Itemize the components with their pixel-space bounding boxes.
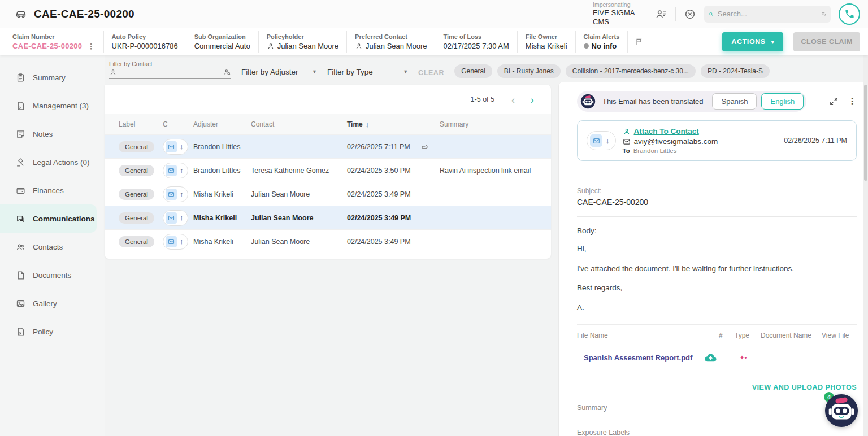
filter-by-type-select[interactable]: Filter by Type ▼	[327, 68, 408, 79]
vertical-scrollbar[interactable]	[863, 55, 868, 436]
attach-to-contact-link[interactable]: Attach To Contact	[634, 127, 699, 136]
expand-icon[interactable]	[829, 97, 839, 106]
sidebar-item-notes[interactable]: Notes	[0, 120, 105, 148]
exposure-tag[interactable]: PD - 2024-Tesla-S	[701, 64, 770, 78]
person-icon	[109, 68, 117, 76]
claim-number-menu-icon[interactable]: ⋮	[87, 42, 95, 51]
exposure-tag[interactable]: Collision - 2017-mercedes-benz-c 30...	[566, 64, 696, 78]
body-label: Body:	[577, 226, 857, 235]
policy-file-icon	[16, 327, 25, 337]
impersonating-block: Impersonating FIVE SIGMA CMS	[593, 1, 647, 27]
cell-adjuster: Brandon Littles	[193, 167, 251, 175]
table-row[interactable]: General ↑ Misha Krikeli Julian Sean Moor…	[105, 229, 551, 253]
email-body-line: A.	[577, 302, 857, 313]
policyholder-value[interactable]: Julian Sean Moore	[277, 42, 338, 50]
table-row-selected[interactable]: General ↑ Misha Krikeli Julian Sean Moor…	[105, 206, 551, 229]
search-icon	[709, 10, 714, 19]
col-time[interactable]: Time↓	[347, 120, 419, 129]
global-search[interactable]	[704, 6, 831, 23]
stop-impersonating-icon[interactable]	[684, 8, 696, 20]
communications-table: 1-5 of 5 ‹ › Label C Adjuster Contact Ti…	[105, 85, 551, 259]
sender-email: aviy@fivesigmalabs.com	[634, 137, 718, 146]
sidebar-item-finances[interactable]: Finances	[0, 176, 105, 204]
filter-by-adjuster-select[interactable]: Filter by Adjuster ▼	[241, 68, 317, 79]
col-contact[interactable]: Contact	[251, 120, 347, 128]
mail-icon	[623, 138, 631, 146]
subject-label: Subject:	[577, 187, 857, 195]
table-header-row: Label C Adjuster Contact Time↓ Summary	[105, 114, 551, 134]
phone-button[interactable]	[839, 3, 860, 25]
chevron-down-icon: ▾	[771, 39, 775, 45]
divider	[577, 216, 857, 217]
scrollbar-thumb[interactable]	[864, 85, 867, 181]
robot-icon	[580, 94, 596, 109]
cell-adjuster: Brandon Littles	[193, 143, 251, 151]
sidebar-item-policy[interactable]: Policy	[0, 317, 105, 346]
claim-field-sub-organization: Sub Organization Commercial Auto	[186, 31, 259, 53]
table-row[interactable]: General ↑ Misha Krikeli Julian Sean Moor…	[105, 182, 551, 206]
sidebar-item-label: Communications	[33, 215, 95, 223]
filter-contact-label: Filter by Contact	[109, 60, 231, 67]
page-title: CAE-CAE-25-00200	[34, 8, 134, 20]
cell-time: 02/24/2025 3:49 PM	[347, 190, 419, 198]
panel-menu-icon[interactable]: ⋮	[848, 96, 857, 107]
language-spanish-button[interactable]: Spanish	[712, 93, 757, 110]
email-body-line: Hi,	[577, 243, 857, 255]
filter-by-contact[interactable]: Filter by Contact	[109, 60, 231, 79]
col-adjuster[interactable]: Adjuster	[193, 120, 251, 128]
upload-cloud-icon[interactable]	[704, 351, 718, 365]
advanced-search-icon[interactable]	[821, 9, 826, 19]
preferred-contact-value[interactable]: Julian Sean Moore	[366, 42, 427, 50]
sidebar-item-documents[interactable]: Documents	[0, 261, 105, 289]
table-row[interactable]: General ↑ Brandon Littles Teresa Katheri…	[105, 158, 551, 182]
person-search-icon[interactable]	[223, 68, 231, 76]
field-label: Time of Loss	[443, 33, 509, 40]
sidebar: Summary Management (3) Notes Legal Actio…	[0, 55, 105, 436]
chatbot-button[interactable]: 4	[824, 393, 859, 428]
actions-button[interactable]: ACTIONS▾	[722, 32, 783, 51]
sidebar-item-label: Finances	[33, 186, 64, 195]
col-summary[interactable]: Summary	[440, 120, 551, 128]
pagination-next-button[interactable]: ›	[524, 91, 541, 108]
phone-icon	[844, 8, 855, 19]
email-timestamp: 02/26/2025 7:11 PM	[784, 137, 847, 145]
col-channel[interactable]: C	[163, 120, 193, 128]
sub-organization-value: Commercial Auto	[194, 42, 250, 50]
filter-contact-input[interactable]	[120, 68, 220, 77]
time-of-loss-value: 02/17/2025 7:30 AM	[443, 42, 509, 50]
search-input[interactable]	[718, 10, 817, 18]
claim-field-auto-policy: Auto Policy UKR-P-0000016786	[104, 31, 186, 53]
manage-accounts-icon[interactable]	[655, 8, 667, 20]
email-channel-icon: ↑	[163, 186, 188, 202]
col-label[interactable]: Label	[119, 120, 163, 128]
filter-adjuster-value: Filter by Adjuster	[241, 68, 298, 76]
pagination-prev-button[interactable]: ‹	[505, 91, 522, 108]
exposure-tag[interactable]: BI - Rusty Jones	[497, 64, 561, 78]
people-icon	[16, 242, 25, 252]
field-label: Claim Number	[12, 33, 96, 40]
sidebar-item-communications[interactable]: Communications	[0, 204, 97, 233]
flag-icon[interactable]	[635, 37, 644, 46]
robot-icon	[824, 393, 859, 428]
table-row[interactable]: General ↓ Brandon Littles 02/26/2025 7:1…	[105, 134, 551, 158]
alert-status-dot	[584, 43, 589, 49]
language-english-button[interactable]: English	[761, 93, 804, 110]
sidebar-item-contacts[interactable]: Contacts	[0, 233, 105, 261]
label-chip: General	[119, 236, 154, 247]
pagination: 1-5 of 5 ‹ ›	[105, 85, 551, 114]
image-icon	[16, 299, 25, 308]
exposure-labels-label: Exposure Labels	[577, 429, 857, 436]
att-col-number: #	[719, 332, 735, 339]
sidebar-item-legal-actions[interactable]: Legal Actions (0)	[0, 148, 105, 176]
attachment-file-link[interactable]: Spanish Assesment Report.pdf	[584, 354, 692, 362]
email-header-card: ↓ Attach To Contact aviy@fivesigmalabs.c…	[577, 120, 857, 161]
col-time-label: Time	[347, 120, 363, 128]
sidebar-item-gallery[interactable]: Gallery	[0, 289, 105, 317]
clear-filters-button[interactable]: CLEAR	[418, 69, 444, 77]
view-and-upload-photos-link[interactable]: VIEW AND UPLOAD PHOTOS	[577, 383, 857, 391]
close-claim-button[interactable]: CLOSE CLAIM	[793, 32, 860, 51]
sidebar-item-summary[interactable]: Summary	[0, 63, 105, 91]
cell-time: 02/24/2025 3:49 PM	[347, 214, 419, 222]
sidebar-item-management[interactable]: Management (3)	[0, 91, 105, 120]
exposure-tag[interactable]: General	[454, 64, 492, 78]
